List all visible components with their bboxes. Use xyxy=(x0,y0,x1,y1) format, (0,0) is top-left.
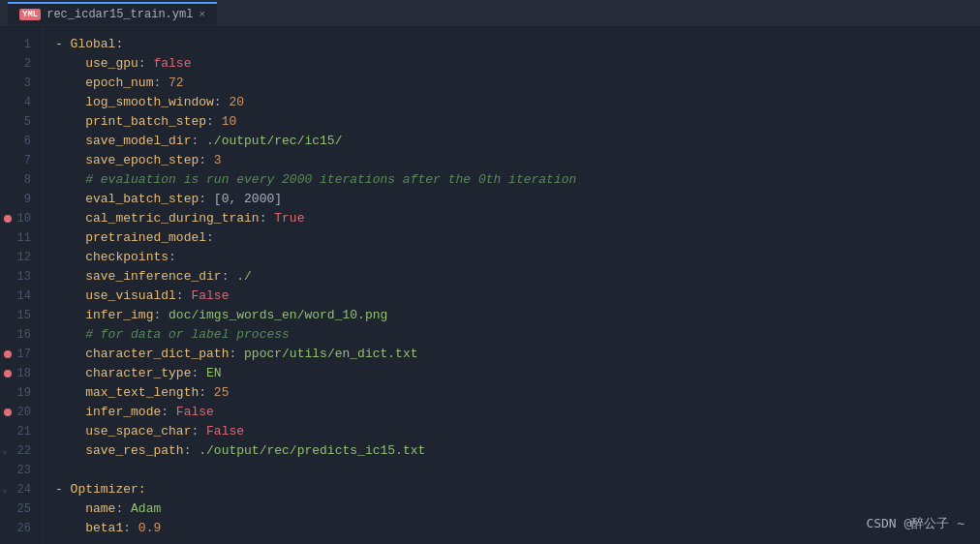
line-number: 15 xyxy=(0,306,43,325)
line-number: 22 xyxy=(0,441,43,461)
code-line: use_visualdl: False xyxy=(55,287,980,306)
line-number: 8 xyxy=(0,170,43,190)
line-number: 26 xyxy=(0,519,43,538)
line-number: 14 xyxy=(0,287,43,306)
code-line: beta1: 0.9 xyxy=(55,519,980,538)
code-line: cal_metric_during_train: True xyxy=(55,209,980,228)
line-number: 3 xyxy=(0,74,43,93)
code-line: character_type: EN xyxy=(55,364,980,383)
tab-filename: rec_icdar15_train.yml xyxy=(46,8,193,21)
code-line: epoch_num: 72 xyxy=(55,74,980,93)
line-number: 4 xyxy=(0,93,43,112)
code-line: pretrained_model: xyxy=(55,228,980,248)
line-number: 6 xyxy=(0,132,43,151)
yml-badge: YML xyxy=(19,9,41,20)
line-number: 21 xyxy=(0,422,43,441)
line-number: 25 xyxy=(0,499,43,519)
code-line: # for data or label process xyxy=(55,325,980,345)
line-number: 20 xyxy=(0,403,43,422)
line-number: 10 xyxy=(0,209,43,228)
code-line: # evaluation is run every 2000 iteration… xyxy=(55,170,980,190)
line-number: 12 xyxy=(0,248,43,267)
code-line: checkpoints: xyxy=(55,248,980,267)
file-tab[interactable]: YML rec_icdar15_train.yml × xyxy=(8,2,217,25)
line-numbers: 1234567891011121314151617181920212223242… xyxy=(0,27,44,544)
code-line: max_text_length: 25 xyxy=(55,383,980,403)
code-area[interactable]: - Global: use_gpu: false epoch_num: 72 l… xyxy=(44,27,980,544)
code-line: save_res_path: ./output/rec/predicts_ic1… xyxy=(55,441,980,461)
line-number: 7 xyxy=(0,151,43,170)
line-number: 1 xyxy=(0,35,43,54)
editor-container: 1234567891011121314151617181920212223242… xyxy=(0,27,980,544)
code-line: - Optimizer: xyxy=(55,480,980,499)
line-number: 24 xyxy=(0,480,43,499)
line-number: 13 xyxy=(0,267,43,287)
code-line: infer_img: doc/imgs_words_en/word_10.png xyxy=(55,306,980,325)
code-line: print_batch_step: 10 xyxy=(55,112,980,132)
code-line: use_space_char: False xyxy=(55,422,980,441)
code-line: infer_mode: False xyxy=(55,403,980,422)
code-line: - Global: xyxy=(55,35,980,54)
line-number: 17 xyxy=(0,345,43,364)
line-number: 2 xyxy=(0,54,43,74)
title-bar: YML rec_icdar15_train.yml × xyxy=(0,0,980,27)
line-number: 9 xyxy=(0,190,43,209)
code-line: save_model_dir: ./output/rec/ic15/ xyxy=(55,132,980,151)
code-line xyxy=(55,461,980,480)
code-line: save_epoch_step: 3 xyxy=(55,151,980,170)
code-line: character_dict_path: ppocr/utils/en_dict… xyxy=(55,345,980,364)
close-icon[interactable]: × xyxy=(199,9,205,20)
code-line: name: Adam xyxy=(55,499,980,519)
line-number: 16 xyxy=(0,325,43,345)
line-number: 11 xyxy=(0,228,43,248)
code-line: log_smooth_window: 20 xyxy=(55,93,980,112)
line-number: 19 xyxy=(0,383,43,403)
line-number: 23 xyxy=(0,461,43,480)
code-line: eval_batch_step: [0, 2000] xyxy=(55,190,980,209)
line-number: 5 xyxy=(0,112,43,132)
code-line: use_gpu: false xyxy=(55,54,980,74)
line-number: 18 xyxy=(0,364,43,383)
code-line: save_inference_dir: ./ xyxy=(55,267,980,287)
watermark: CSDN @醉公子 ~ xyxy=(866,515,965,532)
